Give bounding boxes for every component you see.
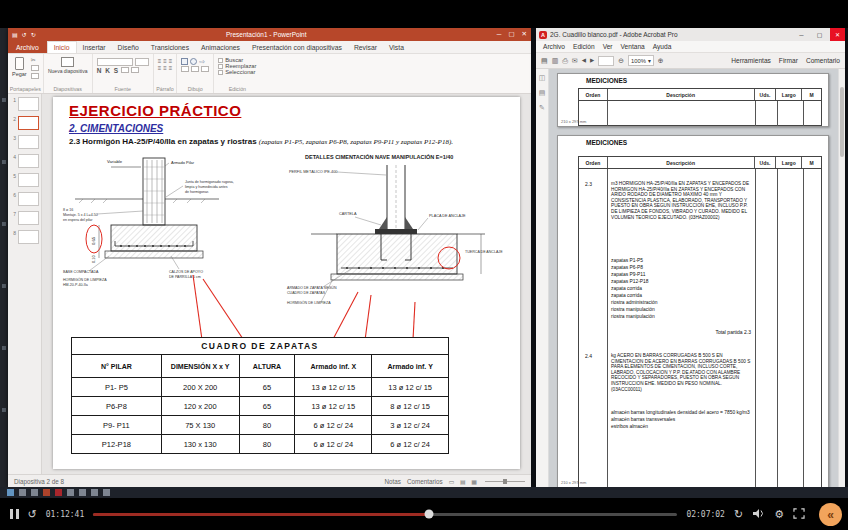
taskbar-icon[interactable] — [67, 489, 74, 496]
slide-thumbnail[interactable]: 4 — [10, 154, 39, 168]
select-button[interactable]: Seleccionar — [218, 69, 256, 75]
previous-page-icon[interactable]: ◀ — [582, 58, 586, 64]
maximize-button[interactable]: ▢ — [508, 31, 514, 38]
dim-010-label: 0.10 — [91, 254, 96, 263]
menu-item[interactable]: Archivo — [539, 43, 569, 50]
zoom-out-icon[interactable]: ⊖ — [618, 57, 624, 64]
acrobat-minimize-button[interactable]: ─ — [794, 28, 809, 41]
measurement-line: zapatas P12-P18 — [611, 278, 761, 285]
volume-icon[interactable] — [752, 508, 765, 521]
pause-button[interactable] — [10, 509, 19, 519]
undo-icon[interactable]: ↺ — [22, 32, 27, 38]
format-painter-icon[interactable] — [31, 73, 39, 79]
ribbon-tab[interactable]: Diseño — [112, 41, 145, 53]
view-buttons[interactable]: ▭ ▤ ▦ — [449, 478, 479, 485]
minimize-button[interactable]: ─ — [497, 31, 502, 38]
zoom-level-select[interactable]: 100%▾ — [628, 55, 654, 66]
zoom-slider[interactable] — [485, 477, 525, 485]
fullscreen-icon[interactable] — [793, 508, 805, 521]
pdf-scrollbar[interactable] — [838, 69, 845, 487]
page-number-input[interactable] — [598, 56, 614, 66]
bookmarks-icon[interactable]: ▤ — [539, 89, 546, 97]
toolbar-panel-button[interactable]: Firmar — [779, 57, 798, 64]
zoom-in-icon[interactable]: ⊕ — [658, 57, 664, 64]
font-size-select[interactable] — [135, 58, 149, 66]
save-icon[interactable]: ▤ — [12, 32, 18, 38]
taskbar-icon[interactable] — [43, 489, 50, 496]
comments-button[interactable]: Comentarios — [407, 478, 443, 485]
toolbar-panel-button[interactable]: Herramientas — [731, 57, 771, 64]
character-spacing-icon[interactable] — [131, 67, 139, 73]
page-thumbnails-icon[interactable]: ◫ — [539, 74, 546, 82]
slide-thumbnail[interactable]: 3 — [10, 135, 39, 149]
file-tab[interactable]: Archivo — [8, 41, 47, 53]
settings-icon[interactable]: ⚙ — [774, 509, 784, 520]
taskbar-icon[interactable] — [19, 489, 26, 496]
arrange-icon[interactable] — [181, 66, 189, 72]
quick-styles-icon[interactable] — [191, 66, 199, 72]
progress-handle[interactable] — [425, 510, 434, 519]
font-style-buttons[interactable]: N K S — [97, 67, 119, 74]
slide-thumbnail[interactable]: 8 — [10, 230, 39, 244]
ribbon-tab[interactable]: Inicio — [47, 41, 77, 53]
notes-button[interactable]: Notas — [385, 478, 401, 485]
menu-item[interactable]: Edición — [569, 43, 599, 50]
ribbon-tab[interactable]: Transiciones — [145, 41, 195, 53]
align-left-icon[interactable]: ≡ — [158, 65, 162, 71]
align-center-icon[interactable]: ≡ — [163, 65, 167, 71]
paste-button[interactable]: Pegar — [12, 57, 27, 77]
toolbar-panel-button[interactable]: Comentario — [806, 57, 840, 64]
acrobat-close-button[interactable]: ✕ — [830, 28, 845, 41]
slide-thumbnail[interactable]: 1 — [10, 97, 39, 111]
close-button[interactable]: ✕ — [522, 31, 527, 38]
collapse-widget-button[interactable]: « — [819, 503, 842, 526]
slide-canvas[interactable]: EJERCICIO PRÁCTICO 2. CIMENTACIONES 2.3 … — [53, 97, 520, 469]
foundation-section-drawing: Variable — [59, 153, 265, 303]
ribbon-tab[interactable]: Insertar — [77, 41, 112, 53]
menu-item[interactable]: Ver — [599, 43, 617, 50]
ribbon-tab[interactable]: Animaciones — [195, 41, 246, 53]
save-file-icon[interactable]: ▥ — [552, 57, 559, 64]
next-page-icon[interactable]: ▶ — [590, 58, 594, 64]
slide-thumbnail[interactable]: 5 — [10, 173, 39, 187]
progress-bar[interactable] — [93, 513, 677, 516]
attachments-icon[interactable]: ✎ — [539, 104, 545, 112]
slide-thumbnail[interactable]: 7 — [10, 211, 39, 225]
forward-icon[interactable]: ↻ — [734, 509, 743, 520]
ribbon-tab[interactable]: Presentación con diapositivas — [246, 41, 348, 53]
copy-icon[interactable] — [31, 65, 39, 71]
bullets-icon[interactable]: ≡ — [158, 58, 162, 64]
taskbar-icon[interactable] — [7, 489, 14, 496]
acrobat-maximize-button[interactable]: ▢ — [812, 28, 827, 41]
taskbar-icon[interactable] — [55, 489, 62, 496]
new-slide-button[interactable]: Nueva diapositiva — [48, 57, 88, 74]
font-name-select[interactable] — [97, 58, 133, 66]
pdf-document-area[interactable]: MEDICIONES OrdenDescripciónUds.LargoM 21… — [549, 69, 838, 487]
ribbon-tab[interactable]: Revisar — [348, 41, 383, 53]
slide-thumbnail[interactable]: 6 — [10, 192, 39, 206]
taskbar-icon[interactable] — [31, 489, 38, 496]
rectangle-shape-icon[interactable] — [181, 58, 188, 65]
email-icon[interactable]: ✉ — [572, 57, 578, 64]
slide-thumbnail[interactable]: 2 — [10, 116, 39, 130]
taskbar-icon[interactable] — [79, 489, 86, 496]
align-right-icon[interactable]: ≡ — [169, 65, 173, 71]
ellipse-shape-icon[interactable] — [190, 58, 197, 65]
print-icon[interactable]: ⎙ — [562, 57, 568, 64]
indent-icon[interactable]: ≡ — [169, 58, 173, 64]
numbering-icon[interactable]: ≡ — [163, 58, 167, 64]
open-file-icon[interactable]: ▤ — [541, 57, 548, 64]
taskbar-icon[interactable] — [103, 489, 110, 496]
taskbar-icon[interactable] — [91, 489, 98, 496]
pdf-item2-text: kg ACERO E​N BARRAS CORRUGADAS B 500 S E… — [611, 353, 751, 392]
ribbon-tab[interactable]: Vista — [383, 41, 410, 53]
cut-icon[interactable]: ✂ — [31, 57, 39, 63]
text-shadow-icon[interactable] — [121, 67, 129, 73]
replay-icon[interactable]: ↺ — [28, 509, 37, 520]
zapatas-cell: P1- P5 — [72, 378, 161, 396]
shape-fill-icon[interactable] — [201, 66, 209, 72]
arrow-shape-icon[interactable]: ⇨ — [199, 58, 205, 65]
menu-item[interactable]: Ventana — [617, 43, 649, 50]
pdf-scrollbar-thumb[interactable] — [840, 87, 844, 157]
menu-item[interactable]: Ayuda — [649, 43, 676, 50]
